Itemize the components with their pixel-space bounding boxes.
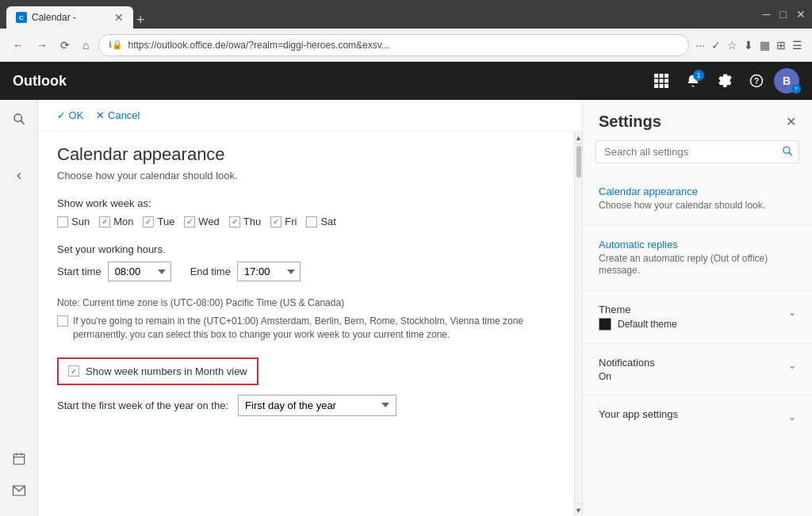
week-numbers-section: Show week numbers in Month view	[57, 357, 259, 385]
cancel-button[interactable]: ✕ Cancel	[96, 109, 140, 121]
settings-calendar-desc: Choose how your calendar should look.	[599, 200, 796, 212]
sidebar-search-icon[interactable]	[6, 106, 32, 132]
content-with-scroll: Calendar appearance Choose how your cale…	[38, 132, 582, 516]
day-wed[interactable]: Wed	[184, 216, 220, 227]
settings-notifications-text: On	[599, 371, 611, 382]
scroll-thumb[interactable]	[576, 146, 581, 178]
svg-rect-6	[654, 84, 658, 88]
svg-text:?: ?	[754, 76, 759, 86]
timezone-section: Note: Current time zone is (UTC-08:00) P…	[57, 297, 555, 342]
working-hours-label: Set your working hours.	[57, 243, 555, 255]
content-inner: Calendar appearance Choose how your cale…	[38, 132, 574, 516]
svg-rect-4	[660, 79, 664, 83]
settings-autoreplies-desc: Create an automatic reply (Out of office…	[599, 253, 796, 277]
bookmark-icon[interactable]: ☆	[727, 39, 737, 52]
day-sat[interactable]: Sat	[306, 216, 336, 227]
settings-close-button[interactable]: ✕	[786, 114, 796, 129]
settings-search-input[interactable]	[596, 140, 799, 163]
first-week-label: Start the first week of the year on the:	[57, 399, 228, 411]
ok-button[interactable]: ✓ OK	[57, 109, 83, 121]
day-fri[interactable]: Fri	[270, 216, 297, 227]
settings-title: Settings	[599, 113, 661, 131]
minimize-button[interactable]: ─	[763, 8, 771, 21]
mail-nav-icon[interactable]	[6, 478, 32, 503]
notification-button[interactable]: 1	[679, 67, 707, 95]
settings-theme-section[interactable]: Theme Default theme ⌄	[583, 294, 812, 340]
sat-checkbox[interactable]	[306, 216, 317, 227]
sidebar-collapse-button[interactable]	[6, 163, 32, 189]
wed-checkbox[interactable]	[184, 216, 195, 227]
fri-checkbox[interactable]	[270, 216, 282, 227]
svg-rect-1	[660, 74, 664, 78]
browser-tab-active[interactable]: C Calendar - ✕	[6, 6, 133, 29]
settings-theme-label: Theme	[599, 304, 677, 315]
timezone-row: If you're going to remain in the (UTC+01…	[57, 315, 555, 342]
pocket-icon[interactable]: ✓	[711, 39, 721, 52]
settings-theme-left: Theme Default theme	[599, 304, 677, 331]
first-week-row: Start the first week of the year on the:…	[57, 395, 555, 416]
help-icon: ?	[749, 74, 764, 88]
fri-label: Fri	[285, 216, 297, 227]
day-tue[interactable]: Tue	[143, 216, 174, 227]
apps-icon-button[interactable]	[647, 67, 676, 95]
close-button[interactable]: ✕	[796, 8, 806, 21]
start-time-select[interactable]: 08:00	[108, 262, 171, 281]
content-scrollbar[interactable]: ▲ ▼	[574, 132, 582, 516]
settings-divider-4	[583, 395, 812, 396]
first-week-select[interactable]: First day of the year First full week Fi…	[238, 395, 396, 416]
library-icon[interactable]: ▦	[760, 39, 770, 52]
week-numbers-label[interactable]: Show week numbers in Month view	[86, 365, 247, 377]
forward-button[interactable]: →	[33, 36, 51, 55]
user-avatar[interactable]: B ?	[774, 68, 799, 94]
settings-item-auto-replies[interactable]: Automatic replies Create an automatic re…	[583, 229, 812, 287]
settings-notifications-section[interactable]: Notifications On ⌄	[583, 347, 812, 392]
settings-icon-button[interactable]	[710, 67, 739, 95]
new-tab-button[interactable]: +	[136, 12, 145, 29]
back-button[interactable]: ←	[10, 36, 27, 55]
wed-label: Wed	[198, 216, 220, 227]
address-box[interactable]: ℹ🔒 https://outlook.office.de/owa/?realm=…	[98, 34, 689, 56]
day-sun[interactable]: Sun	[57, 216, 90, 227]
calendar-nav-icon[interactable]	[6, 446, 32, 472]
settings-header: Settings ✕	[583, 100, 812, 140]
scroll-up-button[interactable]: ▲	[575, 132, 582, 144]
home-button[interactable]: ⌂	[79, 36, 92, 55]
start-time-label: Start time	[57, 266, 102, 277]
scroll-down-button[interactable]: ▼	[575, 503, 582, 516]
browser-tabs: C Calendar - ✕ +	[6, 0, 145, 29]
sun-checkbox[interactable]	[57, 216, 68, 227]
tue-checkbox[interactable]	[143, 216, 154, 227]
work-week-section: Show work week as: Sun Mon	[57, 197, 555, 227]
settings-app-label: Your app settings	[599, 408, 678, 420]
synced-tabs-icon[interactable]: ⊞	[776, 39, 786, 52]
svg-point-20	[783, 147, 790, 153]
svg-rect-15	[13, 454, 25, 464]
day-thu[interactable]: Thu	[229, 216, 261, 227]
end-time-select[interactable]: 17:00	[237, 262, 301, 281]
timezone-checkbox[interactable]	[57, 315, 68, 327]
svg-line-21	[789, 152, 792, 155]
browser-chrome: C Calendar - ✕ + ─ □ ✕	[0, 0, 812, 29]
settings-app-settings-section[interactable]: Your app settings ⌄	[583, 399, 812, 432]
time-row: Start time 08:00 End time 17:00	[57, 262, 555, 281]
restore-button[interactable]: □	[780, 8, 787, 21]
thu-checkbox[interactable]	[229, 216, 240, 227]
settings-item-calendar-appearance[interactable]: Calendar appearance Choose how your cale…	[583, 176, 812, 222]
tab-title: Calendar -	[32, 12, 76, 23]
more-icon[interactable]: ···	[695, 39, 705, 52]
settings-calendar-title: Calendar appearance	[599, 185, 796, 197]
week-numbers-checkbox[interactable]	[68, 365, 79, 376]
download-icon[interactable]: ⬇	[744, 39, 753, 52]
settings-notifications-value: On	[599, 371, 655, 382]
tab-close-button[interactable]: ✕	[114, 11, 124, 24]
svg-rect-3	[654, 79, 658, 83]
outlook-header: Outlook 1 ?	[0, 62, 812, 100]
refresh-button[interactable]: ⟳	[57, 36, 73, 55]
help-icon-button[interactable]: ?	[742, 67, 771, 95]
menu-icon[interactable]: ☰	[792, 39, 802, 52]
browser-actions: ⬇ ▦ ⊞ ☰	[744, 39, 802, 52]
content-area: ✓ OK ✕ Cancel Calendar appearance Choose…	[38, 100, 582, 516]
mon-checkbox[interactable]	[99, 216, 110, 227]
notifications-expand-icon: ⌄	[788, 360, 796, 371]
day-mon[interactable]: Mon	[99, 216, 133, 227]
